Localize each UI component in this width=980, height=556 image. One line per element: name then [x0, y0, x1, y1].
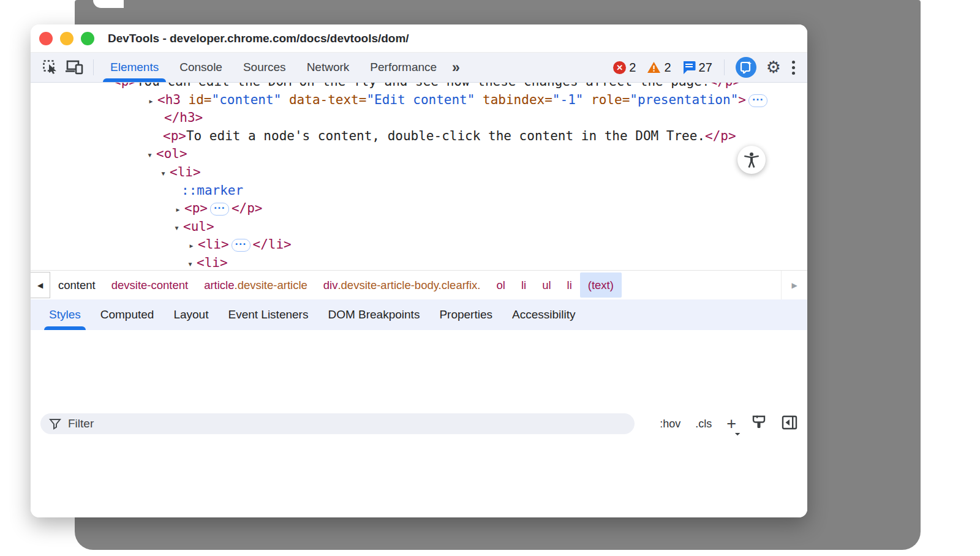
breadcrumb: contentdevsite-contentarticle.devsite-ar…: [50, 272, 622, 298]
warning-icon: [647, 61, 661, 73]
ellipsis-adorner-icon[interactable]: ···: [748, 94, 767, 107]
dom-token: </h3>: [164, 110, 203, 125]
breadcrumb-item-article-devsite-article[interactable]: article.devsite-article: [196, 272, 315, 298]
twisty-icon[interactable]: ▾: [160, 165, 170, 183]
error-badge[interactable]: ✕ 2: [613, 61, 636, 75]
more-tabs-icon[interactable]: »: [447, 59, 463, 76]
devtools-toolbar: ElementsConsoleSourcesNetworkPerformance…: [31, 53, 807, 83]
twisty-icon[interactable]: ▾: [187, 255, 197, 270]
dom-token: "presentation": [630, 92, 738, 107]
dom-tree-row[interactable]: <p>You can edit the DOM on the fly and s…: [31, 83, 807, 91]
breadcrumb-item-devsite-content[interactable]: devsite-content: [104, 272, 196, 298]
sidebar-tab-properties[interactable]: Properties: [429, 299, 502, 330]
sidebar-tab-styles[interactable]: Styles: [39, 299, 91, 330]
crumb-text: .devsite-article-body.clearfix.: [337, 279, 480, 292]
sidebar-tab-strip: StylesComputedLayoutEvent ListenersDOM B…: [31, 299, 807, 330]
dom-tree-row[interactable]: </h3>: [31, 109, 807, 127]
dom-tree-row[interactable]: ▸<p>···</p>: [31, 200, 807, 218]
rendering-brush-icon[interactable]: [751, 415, 767, 434]
settings-gear-icon[interactable]: ⚙: [766, 59, 781, 76]
ellipsis-adorner-icon[interactable]: ···: [232, 239, 251, 252]
window-titlebar: DevTools - developer.chrome.com/docs/dev…: [31, 24, 807, 53]
breadcrumb-item-ul[interactable]: ul: [534, 272, 559, 298]
dom-tree-row[interactable]: <p>To edit a node's content, double-clic…: [31, 127, 807, 146]
breadcrumb-item-content[interactable]: content: [50, 272, 104, 298]
crumb-text: div: [323, 279, 338, 292]
sidebar-tab-event-listeners[interactable]: Event Listeners: [218, 299, 318, 330]
tab-network[interactable]: Network: [296, 53, 360, 82]
close-button[interactable]: [39, 32, 53, 45]
status-badges: ✕ 2 2 27: [608, 61, 718, 75]
dom-tree-row[interactable]: ▸<h3 id="content" data-text="Edit conten…: [31, 91, 807, 110]
dom-tree-panel[interactable]: <p>You can edit the DOM on the fly and s…: [31, 83, 807, 270]
dom-token: </p>: [232, 201, 263, 216]
dom-tree-row[interactable]: ▾<ul>: [31, 218, 807, 236]
element-classes-button[interactable]: .cls: [695, 418, 712, 430]
breadcrumb-item-div-devsite-article-body-clearfix-[interactable]: div.devsite-article-body.clearfix.: [315, 272, 489, 298]
dom-tree-row[interactable]: ::marker: [31, 182, 807, 200]
dom-token: <ul>: [183, 219, 214, 234]
dom-token: >: [738, 92, 746, 107]
dom-token: data-text=: [281, 92, 366, 107]
breadcrumb-scroll-right-icon[interactable]: ▶: [781, 271, 807, 299]
dock-side-toggle-icon[interactable]: [782, 415, 797, 433]
dom-token: role=: [583, 92, 630, 107]
message-badge[interactable]: 27: [682, 61, 712, 75]
dom-token: <p>: [163, 129, 186, 143]
twisty-icon[interactable]: ▸: [148, 92, 157, 111]
crumb-text: (text): [588, 279, 614, 292]
dom-token: "content": [212, 92, 282, 107]
background-notch: [93, 0, 124, 8]
crumb-text: li: [567, 279, 572, 292]
accessibility-overlay-button[interactable]: [737, 146, 766, 174]
kebab-menu-icon[interactable]: [792, 61, 795, 75]
ai-assistant-icon[interactable]: [736, 57, 756, 78]
dom-token: <li>: [198, 237, 229, 252]
twisty-icon[interactable]: ▸: [189, 237, 198, 255]
tab-performance[interactable]: Performance: [360, 53, 447, 82]
filter-input[interactable]: Filter: [40, 413, 635, 434]
dom-token: id=: [181, 92, 212, 107]
sidebar-tab-computed[interactable]: Computed: [91, 299, 164, 330]
error-count: 2: [629, 61, 636, 75]
dom-token: tabindex=: [475, 92, 552, 107]
device-toolbar-icon[interactable]: [64, 57, 85, 78]
sidebar-tab-dom-breakpoints[interactable]: DOM Breakpoints: [318, 299, 429, 330]
dom-tree-row[interactable]: ▾<ol>: [31, 145, 807, 163]
breadcrumb-item-li[interactable]: li: [559, 272, 580, 298]
sidebar-tab-layout[interactable]: Layout: [164, 299, 218, 330]
sidebar-tab-accessibility[interactable]: Accessibility: [502, 299, 585, 330]
message-icon: [682, 61, 696, 74]
tab-sources[interactable]: Sources: [233, 53, 296, 82]
breadcrumb-item-li[interactable]: li: [513, 272, 534, 298]
toggle-element-state-button[interactable]: :hov: [660, 418, 680, 430]
twisty-icon[interactable]: ▸: [175, 201, 184, 219]
breadcrumb-item-ol[interactable]: ol: [489, 272, 513, 298]
dom-tree-row[interactable]: ▾<li>: [31, 163, 807, 182]
dom-token: <ol>: [156, 146, 187, 161]
new-style-rule-button[interactable]: +: [726, 416, 736, 432]
breadcrumb-bar: ◀ contentdevsite-contentarticle.devsite-…: [31, 270, 807, 299]
tab-console[interactable]: Console: [169, 53, 233, 82]
dom-token: You can edit the DOM on the fly and see …: [137, 83, 710, 89]
panel-tab-strip: ElementsConsoleSourcesNetworkPerformance: [100, 53, 447, 82]
twisty-icon[interactable]: ▾: [147, 146, 156, 165]
ellipsis-adorner-icon[interactable]: ···: [210, 203, 229, 216]
breadcrumb-item--text-[interactable]: (text): [580, 272, 622, 298]
twisty-icon[interactable]: ▾: [174, 219, 183, 238]
dom-tree-row[interactable]: ▾<li>: [31, 254, 807, 270]
dom-tree-row[interactable]: ▸<li>···</li>: [31, 236, 807, 254]
styles-filter-bar: Filter :hov .cls +: [31, 330, 807, 517]
zoom-button[interactable]: [81, 32, 94, 45]
crumb-text: ol: [497, 279, 505, 292]
crumb-text: .devsite-article: [235, 279, 307, 292]
devtools-window: DevTools - developer.chrome.com/docs/dev…: [31, 24, 807, 517]
tab-elements[interactable]: Elements: [100, 53, 169, 82]
inspect-element-icon[interactable]: [40, 57, 61, 78]
filter-placeholder: Filter: [68, 417, 94, 430]
dom-token: </p>: [705, 129, 736, 143]
minimize-button[interactable]: [60, 32, 74, 45]
crumb-text: devsite-content: [111, 279, 188, 292]
breadcrumb-scroll-left-icon[interactable]: ◀: [31, 272, 50, 298]
warning-badge[interactable]: 2: [647, 61, 671, 75]
